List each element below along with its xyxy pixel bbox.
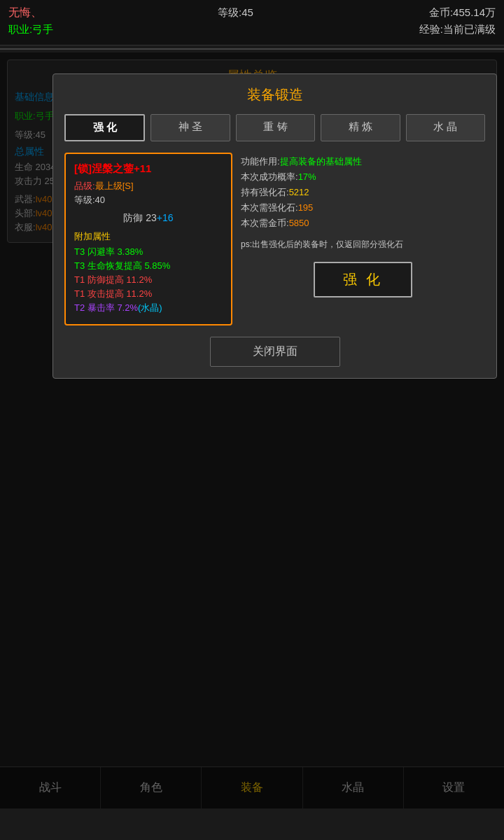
addon-t3-hp-regen: T3 生命恢复提高 5.85%	[74, 260, 223, 272]
info-function: 功能作用:提高装备的基础属性	[241, 155, 485, 168]
item-level: 等级:40	[74, 194, 223, 206]
tab-holy[interactable]: 神 圣	[150, 114, 230, 141]
forge-info: 功能作用:提高装备的基础属性 本次成功概率:17% 持有强化石:5212 本次需…	[241, 153, 485, 326]
player-job: 职业:弓手	[8, 23, 53, 36]
info-success-rate: 本次成功概率:17%	[241, 171, 485, 183]
top-divider	[0, 48, 504, 50]
item-card: [锁]涅槃之蓥+11 品级:最上级[S] 等级:40 防御 23+16 附加属性…	[64, 153, 232, 326]
addon-t1-atk: T1 攻击提高 11.2%	[74, 288, 223, 300]
close-button[interactable]: 关闭界面	[210, 337, 340, 367]
item-grade: 品级:最上级[S]	[74, 180, 223, 192]
item-base-stat: 防御 23+16	[74, 212, 223, 225]
forge-action-button[interactable]: 强 化	[314, 262, 413, 298]
forge-content: [锁]涅槃之蓥+11 品级:最上级[S] 等级:40 防御 23+16 附加属性…	[64, 153, 485, 326]
main-area: 属性总览 基础信息 职业:弓手 选择职业 等级:45 总属性 生命 2034 攻…	[0, 52, 504, 808]
addon-t2-crit: T2 暴击率 7.2%(水晶)	[74, 302, 223, 314]
player-name: 无悔、	[8, 6, 42, 20]
tab-recast[interactable]: 重 铸	[236, 114, 315, 141]
top-bar: 无悔、 等级:45 金币:455.14万 职业:弓手 经验:当前已满级	[0, 0, 504, 46]
tab-strengthen[interactable]: 强 化	[64, 114, 145, 141]
addon-t3-evade: T3 闪避率 3.38%	[74, 246, 223, 258]
tab-refine[interactable]: 精 炼	[321, 114, 400, 141]
player-exp: 经验:当前已满级	[419, 23, 496, 36]
player-gold: 金币:455.14万	[429, 6, 496, 20]
info-own-stone: 持有强化石:5212	[241, 186, 485, 199]
addon-t1-def: T1 防御提高 11.2%	[74, 274, 223, 286]
info-need-stone: 本次需强化石:195	[241, 202, 485, 214]
addon-title: 附加属性	[74, 230, 223, 243]
tab-crystal[interactable]: 水 晶	[406, 114, 485, 141]
forge-modal-title: 装备锻造	[64, 85, 485, 104]
forge-modal: 装备锻造 强 化 神 圣 重 铸 精 炼 水 晶 [锁]涅槃之蓥+11 品级:最…	[52, 74, 497, 379]
item-name: [锁]涅槃之蓥+11	[74, 162, 223, 176]
info-note: ps:出售强化后的装备时，仅返回部分强化石	[241, 238, 485, 251]
info-need-gold: 本次需金币:5850	[241, 217, 485, 230]
player-level: 等级:45	[218, 6, 253, 20]
forge-tabs: 强 化 神 圣 重 铸 精 炼 水 晶	[64, 114, 485, 141]
